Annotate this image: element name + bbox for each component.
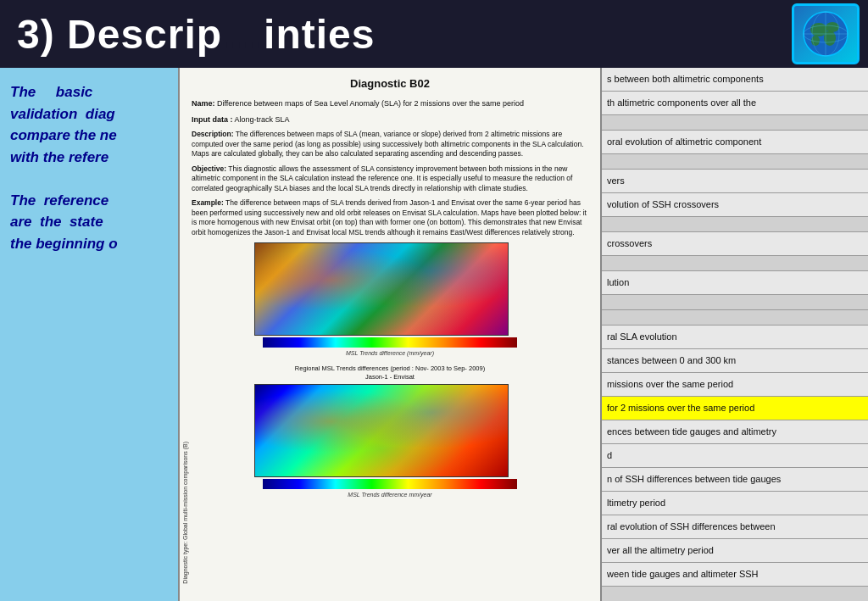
map2-container: Regional MSL Trends differences (period …: [254, 364, 526, 499]
list-item: stances between 0 and 300 km: [602, 349, 868, 373]
doc-example: Example: The difference between maps of …: [192, 198, 588, 237]
doc-ex-text: The difference between maps of SLA trend…: [192, 198, 587, 236]
list-item: lution: [602, 271, 868, 295]
doc-title: Diagnostic B02: [192, 76, 588, 92]
list-item: crossovers: [602, 232, 868, 256]
doc-name-label: Name:: [192, 99, 215, 108]
map-area: MSL Trends difference (mm/year) Regional…: [192, 242, 588, 499]
doc-ex-label: Example:: [192, 198, 224, 207]
map1-image: [254, 242, 509, 336]
list-item: [602, 217, 868, 232]
diagnostic-type-label: Diagnostic type: Global multi-mission co…: [182, 442, 188, 584]
list-item: ral evolution of SSH differences between: [602, 515, 868, 539]
list-item: volution of SSH crossovers: [602, 193, 868, 217]
list-item: [602, 295, 868, 310]
map1-colorbar: [263, 337, 517, 348]
list-item: ences between tide gauges and altimetry: [602, 420, 868, 444]
list-item: [602, 310, 868, 326]
doc-input-label: Input data :: [192, 115, 233, 124]
map2-image: [254, 384, 509, 477]
map1-container: MSL Trends difference (mm/year): [254, 242, 526, 358]
list-item: ral SLA evolution: [602, 326, 868, 349]
list-item: n of SSH differences between tide gauges: [602, 468, 868, 492]
doc-desc-text: The differences between maps of SLA (mea…: [192, 130, 584, 158]
map2-caption: MSL Trends difference mm/year: [254, 491, 526, 499]
list-item: ver all the altimetry period: [602, 539, 868, 563]
document-panel: Diagnostic B02 Name: Difference between …: [178, 68, 602, 601]
list-item: vers: [602, 170, 868, 193]
list-item: missions over the same period: [602, 373, 868, 397]
list-item: s between both altimetric components: [602, 68, 868, 92]
doc-obj-text: This diagnostic allows the assessment of…: [192, 164, 572, 192]
title-part2: inties: [264, 12, 375, 57]
globe-icon: [792, 3, 860, 64]
list-item: th altimetric components over all the: [602, 92, 868, 115]
svg-point-2: [826, 22, 839, 32]
list-item: oral evolution of altimetric component: [602, 131, 868, 154]
map2-subtitle: Jason-1 - Envisat: [365, 373, 415, 381]
doc-name-field: Name: Difference between maps of Sea Lev…: [192, 98, 588, 109]
doc-name-value: Difference between maps of Sea Level Ano…: [217, 99, 524, 108]
list-item: ween tide gauges and altimeter SSH: [602, 563, 868, 587]
page-title: 3) Descrip…inties: [17, 11, 375, 58]
doc-obj-label: Objective:: [192, 164, 226, 173]
header: 3) Descrip…inties: [0, 0, 868, 68]
list-item: [602, 256, 868, 271]
doc-description: Description: The differences between map…: [192, 130, 588, 159]
doc-objective: Objective: This diagnostic allows the as…: [192, 164, 588, 193]
map2-colorbar: [263, 479, 517, 489]
list-item: for 2 missions over the same period: [602, 397, 868, 420]
doc-desc-label: Description:: [192, 130, 234, 138]
list-item: ltimetry period: [602, 492, 868, 515]
list-item: d: [602, 444, 868, 468]
list-item: [602, 587, 868, 601]
list-item: [602, 115, 868, 131]
title-ellipsis: …: [222, 12, 264, 57]
doc-input-field: Input data : Along-track SLA: [192, 114, 588, 125]
globe-svg: [800, 8, 851, 59]
map1-caption: MSL Trends difference (mm/year): [254, 349, 526, 358]
list-item: [602, 154, 868, 170]
right-list-panel: s between both altimetric componentsth a…: [602, 68, 868, 601]
title-part1: 3) Descrip: [17, 12, 222, 57]
left-info-panel: The basic validation diag compare the ne…: [0, 68, 178, 601]
left-panel-text: The basic validation diag compare the ne…: [10, 81, 168, 254]
map2-title: Regional MSL Trends differences (period …: [295, 364, 485, 372]
doc-input-value: Along-track SLA: [235, 115, 290, 124]
